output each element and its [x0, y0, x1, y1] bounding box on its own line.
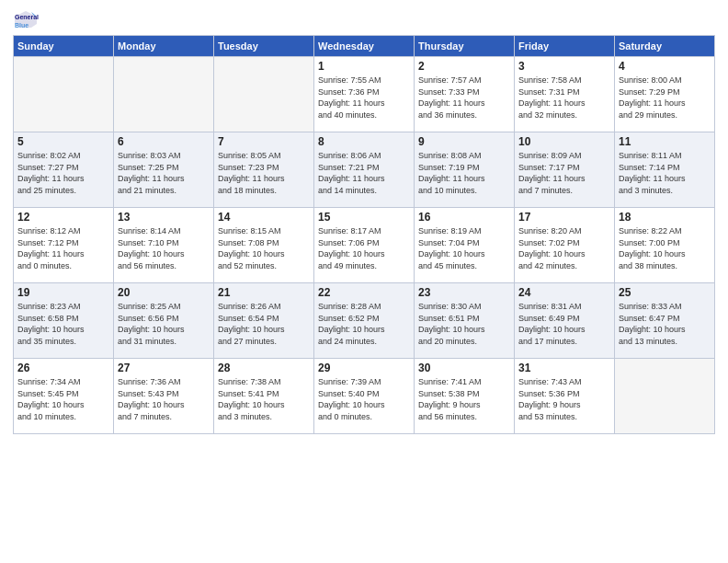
day-info: Sunrise: 8:02 AM Sunset: 7:27 PM Dayligh…: [17, 150, 109, 196]
svg-text:General: General: [15, 14, 39, 20]
day-info: Sunrise: 8:26 AM Sunset: 6:54 PM Dayligh…: [218, 301, 310, 347]
calendar-cell: 31Sunrise: 7:43 AM Sunset: 5:36 PM Dayli…: [515, 359, 615, 434]
day-info: Sunrise: 8:09 AM Sunset: 7:17 PM Dayligh…: [518, 150, 610, 196]
day-info: Sunrise: 7:34 AM Sunset: 5:45 PM Dayligh…: [17, 376, 109, 422]
day-number: 20: [118, 286, 210, 299]
calendar-cell: 28Sunrise: 7:38 AM Sunset: 5:41 PM Dayli…: [214, 359, 314, 434]
week-row-3: 12Sunrise: 8:12 AM Sunset: 7:12 PM Dayli…: [14, 208, 715, 283]
calendar-cell: 17Sunrise: 8:20 AM Sunset: 7:02 PM Dayli…: [515, 208, 615, 283]
day-info: Sunrise: 8:28 AM Sunset: 6:52 PM Dayligh…: [318, 301, 410, 347]
calendar-cell: 23Sunrise: 8:30 AM Sunset: 6:51 PM Dayli…: [415, 283, 515, 359]
day-number: 22: [318, 286, 410, 299]
day-info: Sunrise: 7:38 AM Sunset: 5:41 PM Dayligh…: [218, 376, 310, 422]
calendar-cell: 19Sunrise: 8:23 AM Sunset: 6:58 PM Dayli…: [14, 283, 114, 359]
day-number: 7: [218, 135, 310, 148]
day-number: 9: [418, 135, 510, 148]
day-info: Sunrise: 8:30 AM Sunset: 6:51 PM Dayligh…: [418, 301, 510, 347]
calendar-cell: 15Sunrise: 8:17 AM Sunset: 7:06 PM Dayli…: [314, 208, 415, 283]
calendar-cell: 1Sunrise: 7:55 AM Sunset: 7:36 PM Daylig…: [314, 57, 415, 132]
day-info: Sunrise: 7:55 AM Sunset: 7:36 PM Dayligh…: [318, 75, 410, 121]
calendar-cell: 13Sunrise: 8:14 AM Sunset: 7:10 PM Dayli…: [114, 208, 214, 283]
day-info: Sunrise: 7:41 AM Sunset: 5:38 PM Dayligh…: [418, 376, 510, 422]
day-number: 8: [318, 135, 410, 148]
day-info: Sunrise: 8:14 AM Sunset: 7:10 PM Dayligh…: [118, 225, 210, 271]
weekday-header-monday: Monday: [114, 36, 214, 57]
day-number: 16: [418, 211, 510, 224]
calendar-cell: 10Sunrise: 8:09 AM Sunset: 7:17 PM Dayli…: [515, 132, 615, 208]
day-number: 27: [118, 362, 210, 374]
header: General Blue: [13, 9, 715, 31]
day-number: 4: [619, 60, 711, 73]
weekday-header-wednesday: Wednesday: [314, 36, 415, 57]
day-number: 29: [318, 362, 410, 374]
day-number: 11: [619, 135, 711, 148]
day-info: Sunrise: 8:25 AM Sunset: 6:56 PM Dayligh…: [118, 301, 210, 347]
day-number: 18: [619, 211, 711, 224]
day-info: Sunrise: 8:05 AM Sunset: 7:23 PM Dayligh…: [218, 150, 310, 196]
day-number: 19: [17, 286, 109, 299]
weekday-header-thursday: Thursday: [415, 36, 515, 57]
day-info: Sunrise: 8:23 AM Sunset: 6:58 PM Dayligh…: [17, 301, 109, 347]
week-row-5: 26Sunrise: 7:34 AM Sunset: 5:45 PM Dayli…: [14, 359, 715, 434]
calendar-cell: 22Sunrise: 8:28 AM Sunset: 6:52 PM Dayli…: [314, 283, 415, 359]
day-info: Sunrise: 8:22 AM Sunset: 7:00 PM Dayligh…: [619, 225, 711, 271]
svg-text:Blue: Blue: [15, 22, 28, 29]
day-number: 25: [619, 286, 711, 299]
day-info: Sunrise: 7:58 AM Sunset: 7:31 PM Dayligh…: [518, 75, 610, 121]
day-number: 26: [17, 362, 109, 374]
logo-icon: General Blue: [13, 9, 39, 31]
calendar-cell: 6Sunrise: 8:03 AM Sunset: 7:25 PM Daylig…: [114, 132, 214, 208]
calendar-cell: 2Sunrise: 7:57 AM Sunset: 7:33 PM Daylig…: [415, 57, 515, 132]
calendar-cell: 8Sunrise: 8:06 AM Sunset: 7:21 PM Daylig…: [314, 132, 415, 208]
day-number: 15: [318, 211, 410, 224]
day-info: Sunrise: 8:12 AM Sunset: 7:12 PM Dayligh…: [17, 225, 109, 271]
calendar-cell: 27Sunrise: 7:36 AM Sunset: 5:43 PM Dayli…: [114, 359, 214, 434]
weekday-header-saturday: Saturday: [615, 36, 715, 57]
day-info: Sunrise: 8:03 AM Sunset: 7:25 PM Dayligh…: [118, 150, 210, 196]
calendar-cell: 12Sunrise: 8:12 AM Sunset: 7:12 PM Dayli…: [14, 208, 114, 283]
calendar-cell: 26Sunrise: 7:34 AM Sunset: 5:45 PM Dayli…: [14, 359, 114, 434]
day-info: Sunrise: 8:31 AM Sunset: 6:49 PM Dayligh…: [518, 301, 610, 347]
day-number: 3: [518, 60, 610, 73]
day-number: 5: [17, 135, 109, 148]
day-info: Sunrise: 7:57 AM Sunset: 7:33 PM Dayligh…: [418, 75, 510, 121]
day-number: 21: [218, 286, 310, 299]
calendar-cell: [114, 57, 214, 132]
calendar-cell: 16Sunrise: 8:19 AM Sunset: 7:04 PM Dayli…: [415, 208, 515, 283]
day-info: Sunrise: 8:08 AM Sunset: 7:19 PM Dayligh…: [418, 150, 510, 196]
weekday-header-sunday: Sunday: [14, 36, 114, 57]
day-info: Sunrise: 7:43 AM Sunset: 5:36 PM Dayligh…: [518, 376, 610, 422]
week-row-1: 1Sunrise: 7:55 AM Sunset: 7:36 PM Daylig…: [14, 57, 715, 132]
calendar-cell: 30Sunrise: 7:41 AM Sunset: 5:38 PM Dayli…: [415, 359, 515, 434]
day-number: 14: [218, 211, 310, 224]
day-info: Sunrise: 8:19 AM Sunset: 7:04 PM Dayligh…: [418, 225, 510, 271]
calendar-cell: 5Sunrise: 8:02 AM Sunset: 7:27 PM Daylig…: [14, 132, 114, 208]
day-number: 12: [17, 211, 109, 224]
calendar: SundayMondayTuesdayWednesdayThursdayFrid…: [13, 35, 715, 434]
day-info: Sunrise: 8:06 AM Sunset: 7:21 PM Dayligh…: [318, 150, 410, 196]
day-info: Sunrise: 8:33 AM Sunset: 6:47 PM Dayligh…: [619, 301, 711, 347]
day-info: Sunrise: 7:36 AM Sunset: 5:43 PM Dayligh…: [118, 376, 210, 422]
day-number: 13: [118, 211, 210, 224]
day-number: 30: [418, 362, 510, 374]
calendar-cell: 14Sunrise: 8:15 AM Sunset: 7:08 PM Dayli…: [214, 208, 314, 283]
day-number: 28: [218, 362, 310, 374]
day-number: 17: [518, 211, 610, 224]
calendar-cell: [615, 359, 715, 434]
week-row-2: 5Sunrise: 8:02 AM Sunset: 7:27 PM Daylig…: [14, 132, 715, 208]
day-number: 2: [418, 60, 510, 73]
day-info: Sunrise: 8:11 AM Sunset: 7:14 PM Dayligh…: [619, 150, 711, 196]
week-row-4: 19Sunrise: 8:23 AM Sunset: 6:58 PM Dayli…: [14, 283, 715, 359]
weekday-header-row: SundayMondayTuesdayWednesdayThursdayFrid…: [14, 36, 715, 57]
day-number: 1: [318, 60, 410, 73]
day-info: Sunrise: 7:39 AM Sunset: 5:40 PM Dayligh…: [318, 376, 410, 422]
calendar-cell: [214, 57, 314, 132]
calendar-cell: 25Sunrise: 8:33 AM Sunset: 6:47 PM Dayli…: [615, 283, 715, 359]
calendar-cell: 9Sunrise: 8:08 AM Sunset: 7:19 PM Daylig…: [415, 132, 515, 208]
calendar-cell: 4Sunrise: 8:00 AM Sunset: 7:29 PM Daylig…: [615, 57, 715, 132]
calendar-cell: 18Sunrise: 8:22 AM Sunset: 7:00 PM Dayli…: [615, 208, 715, 283]
day-info: Sunrise: 8:15 AM Sunset: 7:08 PM Dayligh…: [218, 225, 310, 271]
day-number: 31: [518, 362, 610, 374]
calendar-cell: [14, 57, 114, 132]
calendar-cell: 21Sunrise: 8:26 AM Sunset: 6:54 PM Dayli…: [214, 283, 314, 359]
